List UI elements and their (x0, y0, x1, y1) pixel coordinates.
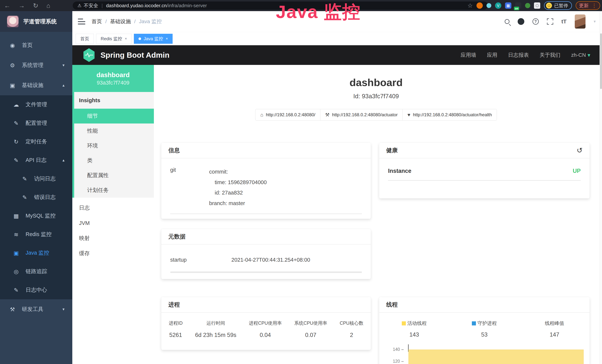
insights-item-details[interactable]: 细节 (74, 109, 154, 124)
daemon-threads-value: 53 (449, 331, 519, 338)
divider (388, 180, 581, 181)
hamburger-icon[interactable] (78, 19, 85, 24)
system-cpu: 0.07 (294, 332, 327, 338)
info-key: git (170, 167, 209, 208)
browser-back-icon[interactable]: ← (4, 2, 10, 9)
sidebar-item-tracing[interactable]: ◎ 链路追踪 (0, 262, 72, 281)
language-label: zh-CN (571, 52, 586, 58)
screen: ← → ↻ ⌂ ⚠ 不安全 | dashboard.yudao.iocoder.… (0, 0, 602, 364)
avatar-caret-icon[interactable]: ▾ (594, 19, 596, 24)
sidebar-item-caches[interactable]: 缓存 (72, 246, 154, 261)
sidebar-item-system[interactable]: ⚙ 系统管理 ▾ (0, 55, 72, 75)
extensions-puzzle-icon[interactable]: ⬡ (534, 2, 540, 9)
active-threads-area (408, 350, 584, 364)
browser-update-button[interactable]: 更新 ⋮ (576, 1, 600, 10)
chevron-down-icon: ▾ (588, 52, 590, 58)
breadcrumb-infra[interactable]: 基础设施 (110, 18, 131, 25)
extension-icon[interactable] (486, 3, 491, 8)
edit-icon: ✎ (12, 120, 20, 127)
search-icon[interactable] (505, 19, 509, 24)
metadata-card: 元数据 startup 2021-04-27T00:44:31.254+08:0… (161, 229, 371, 279)
security-label[interactable]: 不安全 (84, 2, 98, 9)
sidebar-item-jvm[interactable]: JVM (72, 215, 154, 231)
sidebar-item-home[interactable]: ◉ 首页 (0, 35, 72, 55)
sidebar-item-dev-tools[interactable]: ⚒ 研发工具 ▾ (0, 299, 72, 319)
browser-reload-icon[interactable]: ↻ (33, 2, 38, 9)
sba-nav-wallboard[interactable]: 应用墙 (461, 52, 476, 59)
app-logo-image (7, 16, 19, 27)
extension-icon[interactable]: on (515, 2, 521, 9)
sidebar-item-mysql[interactable]: ▦ MySQL 监控 (0, 207, 72, 225)
tab-java-monitor[interactable]: Java 监控 × (134, 34, 172, 44)
log-icon: ✎ (12, 157, 20, 163)
sidebar-item-cron[interactable]: ↻ 定时任务 (0, 132, 72, 151)
actuator-url-button[interactable]: ⚒ http://192.168.0.2:48080/actuator (320, 109, 403, 120)
sba-nav-applications[interactable]: 应用 (487, 52, 497, 59)
sba-language-select[interactable]: zh-CN ▾ (571, 52, 590, 58)
insights-item-metrics[interactable]: 性能 (74, 124, 154, 138)
github-icon[interactable] (518, 18, 524, 25)
sidebar-item-api-log[interactable]: ✎ API 日志 ▴ (0, 151, 72, 170)
browser-menu-icon[interactable]: ⋮ (592, 3, 597, 9)
extension-icon[interactable]: ▦ (505, 2, 511, 9)
health-url-button[interactable]: ♥ http://192.168.0.2:48080/actuator/heal… (402, 109, 497, 120)
bookmark-star-icon[interactable]: ☆ (467, 2, 473, 9)
profile-paused-badge[interactable]: ☺ 已暂停 (544, 1, 572, 10)
sidebar-item-infra[interactable]: ▣ 基础设施 ▴ (0, 75, 72, 95)
font-size-icon[interactable]: tT (561, 18, 567, 25)
breadcrumb-current: Java 监控 (139, 18, 162, 25)
health-instance-row[interactable]: Instance UP (379, 158, 590, 174)
sidebar-item-label: 日志中心 (26, 286, 47, 294)
insights-item-environment[interactable]: 环境 (74, 138, 154, 153)
process-card: 进程 进程ID 5261 运行时间 6d 23h 15m 59s 进程CPU使用… (161, 297, 371, 350)
sba-brand-title[interactable]: Spring Boot Admin (100, 51, 170, 60)
instance-id: 93a3fc7f7409 (97, 80, 129, 86)
spring-boot-admin-logo[interactable] (83, 48, 95, 62)
service-url: http://192.168.0.2:48080/ (266, 112, 315, 117)
chevron-down-icon: ▾ (63, 307, 64, 312)
sidebar-item-files[interactable]: ☁ 文件管理 (0, 95, 72, 114)
wrench-icon: ⚒ (325, 112, 329, 118)
sidebar-item-config[interactable]: ✎ 配置管理 (0, 114, 72, 132)
scrollbar[interactable] (600, 11, 602, 364)
sidebar-item-log-center[interactable]: ✎ 日志中心 (0, 281, 72, 299)
browser-home-icon[interactable]: ⌂ (46, 2, 50, 9)
close-icon[interactable]: × (125, 37, 127, 41)
column-header: 系统CPU使用率 (294, 320, 327, 326)
insights-item-classes[interactable]: 类 (74, 153, 154, 168)
close-icon[interactable]: × (166, 37, 168, 41)
sidebar-item-label: Java 监控 (26, 249, 49, 257)
sba-nav-journal[interactable]: 日志报表 (508, 52, 529, 59)
tab-redis-monitor[interactable]: Redis 监控 × (96, 34, 132, 44)
history-icon[interactable]: ↺ (577, 146, 582, 154)
service-url-button[interactable]: ⌂ http://192.168.0.2:48080/ (255, 109, 320, 120)
instance-url-group: ⌂ http://192.168.0.2:48080/ ⚒ http://192… (154, 109, 598, 120)
security-warning-icon[interactable]: ⚠ (77, 3, 82, 8)
extension-icon[interactable] (525, 3, 530, 8)
sidebar-item-access-log[interactable]: ✎ 访问日志 (0, 170, 72, 188)
fullscreen-icon[interactable] (547, 18, 553, 25)
breadcrumb-home[interactable]: 首页 (92, 18, 102, 25)
insights-item-config-props[interactable]: 配置属性 (74, 168, 154, 183)
sidebar-item-java-monitor[interactable]: ▣ Java 监控 (0, 244, 72, 262)
tab-home[interactable]: 首页 (76, 34, 94, 44)
sidebar-item-logs[interactable]: 日志 (72, 200, 154, 215)
extension-icon[interactable]: V (495, 2, 501, 9)
extension-icon[interactable] (476, 2, 483, 9)
scrollbar-thumb[interactable] (600, 33, 602, 89)
browser-forward-icon[interactable]: → (19, 2, 25, 9)
health-instance-label: Instance (388, 168, 411, 174)
sba-nav-about[interactable]: 关于我们 (540, 52, 560, 59)
insights-section-label: Insights (74, 92, 154, 109)
app-logo-row[interactable]: 芋道管理系统 (0, 11, 72, 32)
monitor-icon: ▣ (9, 82, 16, 89)
sidebar-item-error-log[interactable]: ✎ 错误日志 (0, 188, 72, 207)
update-label: 更新 (579, 2, 589, 9)
sidebar-item-mappings[interactable]: 映射 (72, 231, 154, 246)
user-avatar[interactable] (575, 14, 585, 29)
sidebar-item-label: 访问日志 (34, 175, 56, 182)
sidebar-item-redis[interactable]: ≋ Redis 监控 (0, 225, 72, 244)
instance-header[interactable]: dashboard 93a3fc7f7409 (72, 65, 154, 92)
help-icon[interactable]: ? (532, 18, 539, 25)
insights-item-scheduled-tasks[interactable]: 计划任务 (74, 183, 154, 198)
